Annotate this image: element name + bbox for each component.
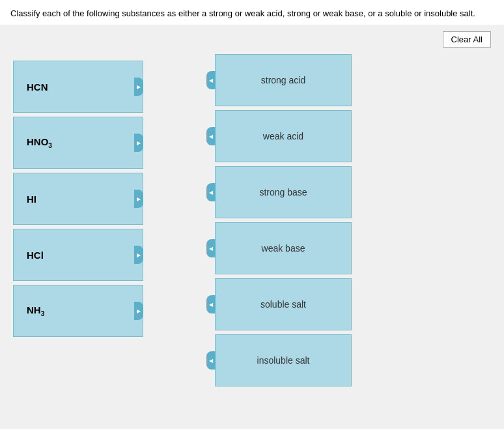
clear-all-button[interactable]: Clear All <box>443 31 491 48</box>
substance-nh3[interactable]: NH3 <box>13 285 143 337</box>
substance-hno3[interactable]: HNO3 <box>13 117 143 169</box>
substances-column: HCN HNO3 HI HCl NH3 <box>13 61 156 337</box>
drop-zone-soluble-salt[interactable]: soluble salt <box>215 278 352 330</box>
drop-zone-strong-acid[interactable]: strong acid <box>215 54 352 106</box>
main-area: Clear All HCN HNO3 HI HCl <box>0 25 504 429</box>
category-strong-acid-label: strong acid <box>261 75 305 85</box>
substance-hi[interactable]: HI <box>13 173 143 225</box>
substance-hcl-label: HCl <box>27 250 44 261</box>
drop-zone-weak-base[interactable]: weak base <box>215 222 352 274</box>
substance-hcl[interactable]: HCl <box>13 229 143 281</box>
substance-hno3-label: HNO3 <box>27 136 52 149</box>
category-weak-acid-label: weak acid <box>263 131 303 141</box>
drag-handle-hcl[interactable] <box>134 246 143 264</box>
drag-handle-hcn[interactable] <box>134 78 143 96</box>
substance-hi-label: HI <box>27 194 36 205</box>
columns-area: HCN HNO3 HI HCl NH3 <box>13 54 491 390</box>
drop-handle-strong-acid <box>206 71 216 89</box>
substance-nh3-label: NH3 <box>27 304 44 317</box>
substance-hcn[interactable]: HCN <box>13 61 143 113</box>
drag-handle-hno3[interactable] <box>134 134 143 152</box>
category-soluble-salt-label: soluble salt <box>260 299 306 310</box>
categories-column: strong acid weak acid strong base weak b… <box>208 54 358 390</box>
drag-handle-nh3[interactable] <box>134 302 143 320</box>
drop-zone-insoluble-salt[interactable]: insoluble salt <box>215 334 352 386</box>
category-weak-base-label: weak base <box>262 243 305 254</box>
drop-zone-weak-acid[interactable]: weak acid <box>215 110 352 162</box>
toolbar: Clear All <box>13 31 491 48</box>
instructions-text: Classify each of the following substance… <box>0 0 504 25</box>
drop-handle-weak-acid <box>206 127 216 145</box>
instructions-label: Classify each of the following substance… <box>10 8 475 18</box>
drop-zone-strong-base[interactable]: strong base <box>215 166 352 218</box>
substance-hcn-label: HCN <box>27 81 48 93</box>
drop-handle-soluble-salt <box>206 295 216 313</box>
drop-handle-weak-base <box>206 239 216 257</box>
drop-handle-strong-base <box>206 183 216 201</box>
category-insoluble-salt-label: insoluble salt <box>257 355 310 366</box>
drop-handle-insoluble-salt <box>206 351 216 370</box>
category-strong-base-label: strong base <box>259 187 307 197</box>
drag-handle-hi[interactable] <box>134 190 143 208</box>
